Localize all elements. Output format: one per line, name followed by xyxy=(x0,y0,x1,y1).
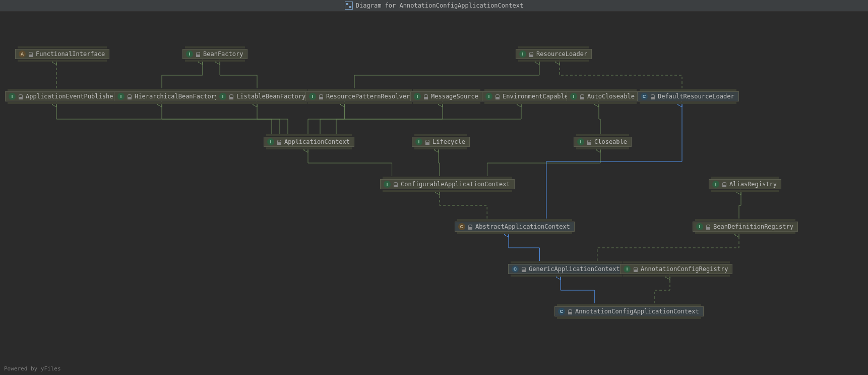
diagram-icon xyxy=(345,2,353,10)
interface-icon: I xyxy=(570,93,577,100)
node-label: ResourceLoader xyxy=(536,50,587,58)
edge-ConfigurableApplicationContext-to-ApplicationContext xyxy=(308,150,392,176)
node-label: AnnotationConfigRegistry xyxy=(641,265,728,273)
edge-ApplicationContext-to-HierarchicalBeanFactory xyxy=(162,104,280,134)
class-icon: C xyxy=(512,265,519,273)
lock-icon xyxy=(128,94,132,98)
lock-icon xyxy=(19,94,23,98)
node-label: MessageSource xyxy=(431,93,478,100)
edge-ConfigurableApplicationContext-to-Lifecycle xyxy=(439,150,440,176)
node-label: AutoCloseable xyxy=(587,93,635,100)
node-label: Closeable xyxy=(594,138,627,145)
node-label: ListableBeanFactory xyxy=(236,93,305,100)
node-label: BeanFactory xyxy=(203,50,243,58)
interface-icon: I xyxy=(117,93,125,100)
class-node-EnvironmentCapable[interactable]: IEnvironmentCapable xyxy=(482,91,573,101)
interface-icon: I xyxy=(712,181,719,188)
interface-icon: I xyxy=(415,138,422,145)
lock-icon xyxy=(29,52,33,56)
interface-icon: I xyxy=(219,93,226,100)
edge-ApplicationContext-to-ApplicationEventPublisher xyxy=(56,104,272,134)
class-node-ListableBeanFactory[interactable]: IListableBeanFactory xyxy=(216,91,310,101)
class-node-AnnotationConfigApplicationContext[interactable]: CAnnotationConfigApplicationContext xyxy=(554,306,704,316)
lock-icon xyxy=(468,225,472,229)
lock-icon xyxy=(394,182,398,186)
interface-icon: I xyxy=(414,93,421,100)
lock-icon xyxy=(634,267,638,271)
edge-GenericApplicationContext-to-AbstractApplicationContext xyxy=(509,235,539,261)
lock-icon xyxy=(529,52,533,56)
class-node-DefaultResourceLoader[interactable]: CDefaultResourceLoader xyxy=(637,91,739,101)
titlebar: Diagram for AnnotationConfigApplicationC… xyxy=(0,0,868,12)
class-node-AutoCloseable[interactable]: IAutoCloseable xyxy=(567,91,639,101)
class-icon: C xyxy=(558,308,565,315)
class-node-BeanDefinitionRegistry[interactable]: IBeanDefinitionRegistry xyxy=(693,222,798,232)
class-node-ApplicationEventPublisher[interactable]: IApplicationEventPublisher xyxy=(5,91,121,101)
lock-icon xyxy=(229,94,233,98)
lock-icon xyxy=(706,225,710,229)
node-label: DefaultResourceLoader xyxy=(658,93,734,100)
edge-ApplicationContext-to-MessageSource xyxy=(320,104,443,134)
interface-icon: I xyxy=(384,181,391,188)
interface-icon: I xyxy=(309,93,316,100)
node-label: GenericApplicationContext xyxy=(529,265,620,273)
interface-icon: I xyxy=(696,223,703,230)
edge-AbstractApplicationContext-to-ConfigurableApplicationContext xyxy=(440,192,487,219)
edge-GenericApplicationContext-to-BeanDefinitionRegistry xyxy=(597,235,739,261)
edge-AnnotationConfigApplicationContext-to-GenericApplicationContext xyxy=(561,277,594,303)
lock-icon xyxy=(196,52,200,56)
edge-AbstractApplicationContext-to-DefaultResourceLoader xyxy=(546,104,682,219)
node-label: EnvironmentCapable xyxy=(503,93,568,100)
class-node-ConfigurableApplicationContext[interactable]: IConfigurableApplicationContext xyxy=(380,179,515,189)
lock-icon xyxy=(568,309,572,313)
edge-Closeable-to-AutoCloseable xyxy=(599,104,600,134)
node-label: FunctionalInterface xyxy=(36,50,105,58)
node-label: HierarchicalBeanFactory xyxy=(135,93,218,100)
class-node-GenericApplicationContext[interactable]: CGenericApplicationContext xyxy=(508,264,625,274)
node-label: AbstractApplicationContext xyxy=(475,223,570,230)
class-node-ApplicationContext[interactable]: IApplicationContext xyxy=(264,137,354,147)
interface-icon: I xyxy=(519,50,526,58)
node-label: AliasRegistry xyxy=(729,181,777,188)
node-label: ConfigurableApplicationContext xyxy=(401,181,510,188)
edge-ListableBeanFactory-to-BeanFactory xyxy=(220,62,257,88)
class-icon: C xyxy=(641,93,648,100)
interface-icon: I xyxy=(186,50,193,58)
interface-icon: I xyxy=(485,93,492,100)
class-node-FunctionalInterface[interactable]: AFunctionalInterface xyxy=(15,49,109,59)
node-label: ApplicationEventPublisher xyxy=(26,93,117,100)
class-node-ResourcePatternResolver[interactable]: IResourcePatternResolver xyxy=(305,91,414,101)
edge-ApplicationContext-to-ResourcePatternResolver xyxy=(308,104,345,134)
annotation-icon: A xyxy=(19,50,26,58)
interface-icon: I xyxy=(624,265,631,273)
node-label: ResourcePatternResolver xyxy=(326,93,410,100)
node-label: Lifecycle xyxy=(432,138,465,145)
class-node-AliasRegistry[interactable]: IAliasRegistry xyxy=(709,179,781,189)
node-label: ApplicationContext xyxy=(284,138,350,145)
lock-icon xyxy=(651,94,655,98)
edge-ConfigurableApplicationContext-to-Closeable xyxy=(487,150,600,176)
class-node-Lifecycle[interactable]: ILifecycle xyxy=(412,137,470,147)
class-node-HierarchicalBeanFactory[interactable]: IHierarchicalBeanFactory xyxy=(114,91,223,101)
class-icon: C xyxy=(458,223,465,230)
node-label: BeanDefinitionRegistry xyxy=(713,223,793,230)
interface-icon: I xyxy=(577,138,584,145)
lock-icon xyxy=(277,140,281,144)
lock-icon xyxy=(319,94,323,98)
lock-icon xyxy=(424,94,428,98)
class-node-Closeable[interactable]: ICloseable xyxy=(574,137,632,147)
class-node-MessageSource[interactable]: IMessageSource xyxy=(410,91,483,101)
lock-icon xyxy=(495,94,500,98)
class-node-ResourceLoader[interactable]: IResourceLoader xyxy=(516,49,592,59)
diagram-title: Diagram for AnnotationConfigApplicationC… xyxy=(356,2,523,9)
class-node-AbstractApplicationContext[interactable]: CAbstractApplicationContext xyxy=(455,222,575,232)
edge-ResourcePatternResolver-to-ResourceLoader xyxy=(354,62,539,88)
edge-BeanDefinitionRegistry-to-AliasRegistry xyxy=(739,192,741,219)
lock-icon xyxy=(580,94,584,98)
lock-icon xyxy=(425,140,429,144)
edge-DefaultResourceLoader-to-ResourceLoader xyxy=(560,62,682,88)
class-node-BeanFactory[interactable]: IBeanFactory xyxy=(182,49,247,59)
lock-icon xyxy=(587,140,591,144)
class-node-AnnotationConfigRegistry[interactable]: IAnnotationConfigRegistry xyxy=(620,264,732,274)
diagram-canvas[interactable]: AFunctionalInterfaceIBeanFactoryIResourc… xyxy=(0,12,868,364)
